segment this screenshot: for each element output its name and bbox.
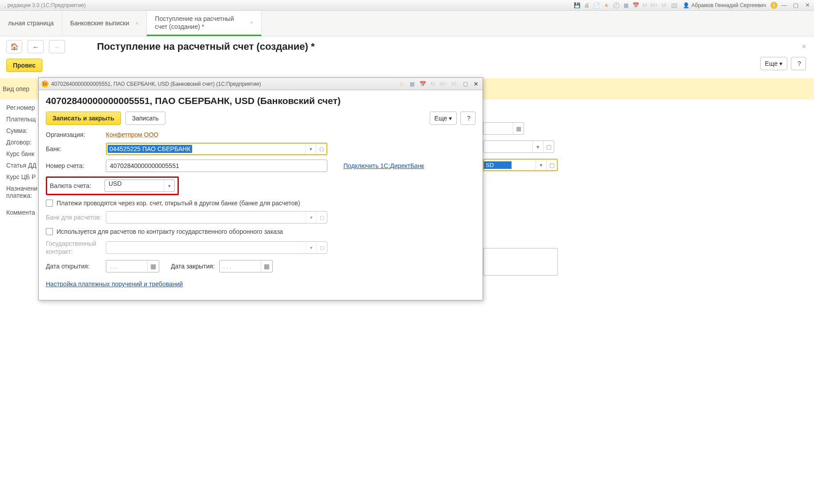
dialog-help-button[interactable]: ? [460, 112, 476, 125]
chevron-down-icon[interactable]: ▾ [306, 212, 316, 223]
minimize-button[interactable]: — [779, 1, 789, 9]
chevron-down-icon: ▾ [779, 60, 782, 67]
save-and-close-button[interactable]: Записать и закрыть [46, 112, 121, 125]
open-icon[interactable]: ▢ [543, 141, 554, 152]
save-button[interactable]: Записать [125, 112, 165, 125]
calculator-icon[interactable]: ▦ [622, 1, 630, 9]
bg-account-select[interactable]: SD ▾▢ [483, 159, 558, 171]
corr-account-label: Платежи проводятся через кор. счет, откр… [56, 200, 300, 207]
close-icon[interactable]: × [250, 20, 253, 26]
bg-label-operation-type: Вид опер [3, 85, 38, 92]
bg-label-payer: Плательщ [6, 116, 42, 123]
save-icon[interactable]: 💾 [573, 1, 581, 9]
star-icon[interactable]: ☆ [398, 80, 406, 88]
tab-label: льная страница [8, 19, 54, 27]
forward-button[interactable]: → [49, 40, 65, 53]
close-button[interactable]: ✕ [802, 1, 812, 9]
page-title: Поступление на расчетный счет (создание)… [97, 41, 314, 52]
organization-value[interactable]: Конфетпром ООО [106, 131, 158, 138]
print-icon[interactable]: 🖨 [583, 1, 591, 9]
post-button[interactable]: Провес [6, 59, 42, 72]
m-button[interactable]: M [430, 81, 436, 87]
calendar-icon[interactable]: 📅 [419, 80, 427, 88]
calculator-icon[interactable]: ▦ [408, 80, 416, 88]
tab-label: Банковские выписки [70, 19, 129, 27]
bg-label-bank-rate: Курс банк [6, 150, 42, 157]
settlement-bank-label: Банк для расчетов: [46, 213, 101, 221]
more-button[interactable]: Еще ▾ [760, 57, 787, 70]
dialog-more-button[interactable]: Еще ▾ [430, 112, 457, 125]
chevron-down-icon[interactable]: ▾ [164, 180, 174, 192]
currency-label: Валюта счета: [50, 182, 100, 189]
calendar-icon[interactable]: 📅 [632, 1, 640, 9]
home-button[interactable]: 🏠 [6, 40, 22, 53]
maximize-button[interactable]: ▢ [791, 1, 801, 9]
settlement-bank-select[interactable]: ▾ ▢ [106, 211, 327, 223]
m-plus-button[interactable]: M+ [439, 81, 448, 87]
panels-icon[interactable]: ▯▯ [670, 1, 678, 9]
bank-account-dialog: 1c 40702840000000005551, ПАО СБЕРБАНК, U… [38, 77, 483, 223]
help-button[interactable]: ? [791, 57, 806, 70]
m-minus-button[interactable]: M- [661, 2, 669, 8]
window-restore-icon[interactable]: ▢ [461, 80, 469, 88]
bank-select[interactable]: 044525225 ПАО СБЕРБАНК ▾ ▢ [106, 143, 327, 155]
bg-label-purpose2: платежа: [6, 192, 42, 199]
m-button[interactable]: M [641, 2, 648, 8]
m-minus-button[interactable]: M- [451, 81, 459, 87]
account-number-input[interactable] [106, 160, 327, 172]
dialog-title-text: 40702840000000005551, ПАО СБЕРБАНК, USD … [51, 81, 395, 87]
bg-label-contract: Договор: [6, 139, 42, 146]
user-indicator[interactable]: 👤 Абрамов Геннадий Сергеевич [680, 2, 769, 8]
app-logo-icon: 1c [41, 80, 48, 88]
close-icon[interactable]: × [135, 20, 138, 27]
tab-home[interactable]: льная страница [0, 11, 62, 36]
currency-highlight-box: Валюта счета: USD ▾ [46, 176, 179, 195]
star-icon[interactable]: ★ [602, 1, 610, 9]
clock-icon[interactable]: 🕘 [612, 1, 620, 9]
open-icon[interactable]: ▢ [316, 212, 327, 223]
open-icon[interactable]: ▢ [546, 160, 557, 170]
tab-label: Поступление на расчетный счет (создание)… [155, 15, 244, 31]
dialog-header: 40702840000000005551, ПАО СБЕРБАНК, USD … [46, 96, 476, 106]
page-actions: Провес Еще ▾ ? [0, 57, 814, 76]
account-number-label: Номер счета: [46, 162, 101, 169]
tab-receipt-create[interactable]: Поступление на расчетный счет (создание)… [147, 11, 262, 36]
more-label: Еще [765, 60, 778, 67]
back-button[interactable]: ← [28, 40, 44, 53]
more-label: Еще [435, 115, 447, 122]
open-icon[interactable]: ▢ [316, 144, 326, 154]
directbank-link[interactable]: Подключить 1С:ДиректБанк [343, 162, 424, 169]
page-header-row: 🏠 ← → Поступление на расчетный счет (соз… [0, 36, 814, 57]
m-plus-button[interactable]: M+ [649, 2, 659, 8]
currency-value: USD [105, 180, 164, 192]
tab-bank-statements[interactable]: Банковские выписки × [62, 11, 147, 36]
tabstrip: льная страница Банковские выписки × Пост… [0, 11, 814, 36]
bg-date-input[interactable]: ▦ [483, 122, 524, 135]
corr-account-checkbox[interactable] [46, 200, 53, 207]
currency-select[interactable]: USD ▾ [105, 180, 175, 192]
page-close-icon[interactable]: × [802, 43, 806, 51]
bg-label-sum: Сумма: [6, 127, 42, 134]
chevron-down-icon: ▾ [449, 115, 452, 122]
bg-label-dds: Статья ДД [6, 162, 42, 169]
bank-label: Банк: [46, 145, 101, 152]
bank-value: 044525225 ПАО СБЕРБАНК [108, 145, 192, 153]
calendar-icon[interactable]: ▦ [513, 123, 524, 134]
bg-select-1[interactable]: ▾▢ [483, 140, 554, 153]
dialog-titlebar: 1c 40702840000000005551, ПАО СБЕРБАНК, U… [39, 78, 483, 90]
organization-label: Организация: [46, 131, 101, 138]
chevron-down-icon[interactable]: ▾ [305, 144, 316, 154]
app-title-text: , редакция 3.0 (1С:Предприятие) [2, 2, 86, 8]
bg-label-purpose1: Назначени [6, 185, 42, 192]
dialog-actions: Записать и закрыть Записать Еще ▾ ? [46, 112, 476, 125]
app-titlebar: , редакция 3.0 (1С:Предприятие) 💾 🖨 📄 ★ … [0, 0, 814, 11]
info-icon[interactable]: i [770, 2, 778, 9]
bg-label-comment: Коммента [6, 209, 42, 216]
close-icon[interactable]: ✕ [472, 80, 480, 88]
doc-icon[interactable]: 📄 [592, 1, 600, 9]
bg-account-text: SD [484, 161, 512, 169]
chevron-down-icon[interactable]: ▾ [532, 141, 543, 152]
user-icon: 👤 [683, 2, 689, 8]
chevron-down-icon[interactable]: ▾ [536, 160, 546, 170]
bg-label-reg-number: Рег.номер [6, 104, 42, 111]
